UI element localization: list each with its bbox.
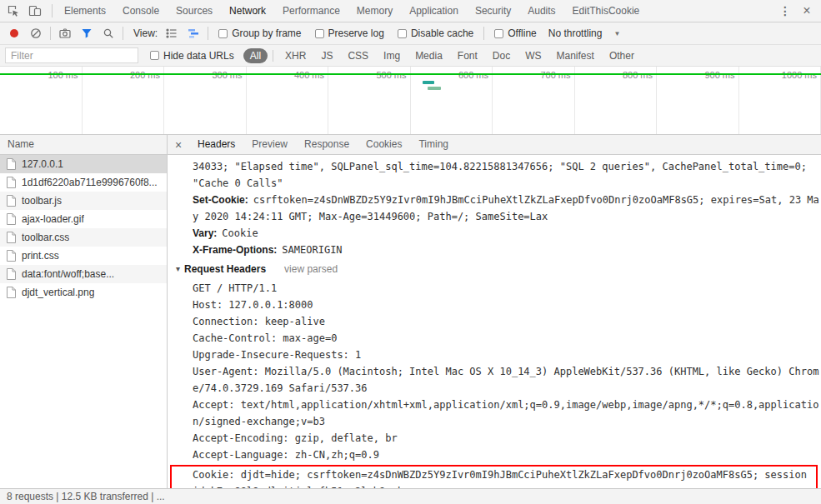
tab-network[interactable]: Network xyxy=(221,0,274,22)
request-row[interactable]: toolbar.css xyxy=(0,228,167,247)
request-name: djdt_vertical.png xyxy=(22,287,94,298)
tabbar-right-icons: ⋮ × xyxy=(774,2,821,20)
header-value: SAMEORIGIN xyxy=(282,244,342,256)
response-header-line: X-Frame-Options:SAMEORIGIN xyxy=(193,242,819,258)
resource-type-filters: AllXHRJSCSSImgMediaFontDocWSManifestOthe… xyxy=(243,48,642,63)
tab-application[interactable]: Application xyxy=(401,0,467,22)
toolbar-separator xyxy=(50,27,51,40)
clear-icon[interactable] xyxy=(25,24,47,42)
name-column-header[interactable]: Name xyxy=(0,135,167,155)
details-panel: × HeadersPreviewResponseCookiesTiming 34… xyxy=(168,135,821,488)
tab-security[interactable]: Security xyxy=(467,0,519,22)
request-row[interactable]: 127.0.0.1 xyxy=(0,155,167,173)
hide-data-urls-label: Hide data URLs xyxy=(163,50,234,62)
throttling-dropdown[interactable]: No throttling ▼ xyxy=(548,27,621,39)
request-row[interactable]: toolbar.js xyxy=(0,192,167,210)
timeline-overview[interactable]: 100 ms200 ms300 ms400 ms500 ms600 ms700 … xyxy=(0,67,821,135)
filter-type-img[interactable]: Img xyxy=(377,48,407,63)
tick-label: 500 ms xyxy=(376,70,406,80)
view-parsed-link[interactable]: view parsed xyxy=(284,261,338,277)
tab-elements[interactable]: Elements xyxy=(56,0,114,22)
record-network-log-icon[interactable] xyxy=(3,24,25,42)
devtools-window: ElementsConsoleSourcesNetworkPerformance… xyxy=(0,0,821,504)
offline-checkbox[interactable]: Offline xyxy=(494,27,536,39)
checkbox-group-by-frame[interactable]: Group by frame xyxy=(218,27,301,39)
filter-type-xhr[interactable]: XHR xyxy=(278,48,313,63)
tick-label: 1000 ms xyxy=(782,70,817,80)
header-value: csrftoken=z4sDnWBZDz5Y9zIvr0mI9hJBmCciPu… xyxy=(193,194,819,222)
image-file-icon xyxy=(6,287,17,298)
close-details-icon[interactable]: × xyxy=(168,138,189,152)
details-tab-timing[interactable]: Timing xyxy=(410,135,457,155)
request-row[interactable]: data:font/woff;base... xyxy=(0,265,167,283)
headers-content: 34033; "Elapsed time", SQLPanel_sql_time… xyxy=(168,155,821,488)
request-row[interactable]: ajax-loader.gif xyxy=(0,210,167,228)
hide-data-urls-checkbox[interactable]: Hide data URLs xyxy=(150,50,234,62)
filter-type-ws[interactable]: WS xyxy=(518,48,548,63)
checkbox-preserve-log[interactable]: Preserve log xyxy=(315,27,384,39)
raw-header-line: GET / HTTP/1.1 xyxy=(193,280,819,297)
filter-icon[interactable] xyxy=(76,24,98,42)
filter-input[interactable] xyxy=(5,47,138,63)
request-row[interactable]: djdt_vertical.png xyxy=(0,283,167,302)
response-header-line: Vary:Cookie xyxy=(193,225,819,242)
tab-sources[interactable]: Sources xyxy=(168,0,221,22)
cookie-highlight-box: Cookie: djdt=hide; csrftoken=z4sDnWBZDz5… xyxy=(170,465,818,488)
header-name: Vary: xyxy=(193,227,217,239)
checkbox-disable-cache[interactable]: Disable cache xyxy=(398,27,473,39)
waterfall-view-icon[interactable] xyxy=(183,24,204,42)
throttling-value: No throttling xyxy=(548,27,603,39)
filter-type-other[interactable]: Other xyxy=(603,48,641,63)
search-icon[interactable] xyxy=(98,24,119,42)
filter-type-font[interactable]: Font xyxy=(451,48,484,63)
filter-type-all[interactable]: All xyxy=(243,48,268,63)
tick-label: 300 ms xyxy=(212,70,242,80)
request-row[interactable]: 1d1df6220ab711e9996760f8... xyxy=(0,173,167,192)
filter-type-doc[interactable]: Doc xyxy=(486,48,517,63)
requests-panel: Name 127.0.0.11d1df6220ab711e9996760f8..… xyxy=(0,135,168,488)
details-tab-headers[interactable]: Headers xyxy=(189,135,243,155)
checkbox-box xyxy=(494,29,503,38)
filter-type-js[interactable]: JS xyxy=(314,48,339,63)
more-menu-icon[interactable]: ⋮ xyxy=(774,2,796,20)
checkbox-label: Group by frame xyxy=(232,27,301,39)
tab-editthiscookie[interactable]: EditThisCookie xyxy=(564,0,648,22)
list-view-icon[interactable] xyxy=(161,24,183,42)
close-devtools-icon[interactable]: × xyxy=(796,2,818,20)
filter-type-manifest[interactable]: Manifest xyxy=(550,48,601,63)
filter-type-media[interactable]: Media xyxy=(408,48,449,63)
response-headers: 34033; "Elapsed time", SQLPanel_sql_time… xyxy=(193,158,819,258)
tab-performance[interactable]: Performance xyxy=(274,0,348,22)
header-name: Set-Cookie: xyxy=(193,194,248,206)
tick-label: 900 ms xyxy=(704,70,734,80)
filter-bar: Hide data URLs AllXHRJSCSSImgMediaFontDo… xyxy=(0,45,821,67)
tab-console[interactable]: Console xyxy=(114,0,168,22)
capture-screenshots-icon[interactable] xyxy=(54,24,76,42)
details-tab-cookies[interactable]: Cookies xyxy=(358,135,410,155)
filter-type-css[interactable]: CSS xyxy=(341,48,375,63)
request-headers-section[interactable]: ▾ Request Headers view parsed xyxy=(176,261,819,277)
status-bar: 8 requests | 12.5 KB transferred | ... xyxy=(0,488,821,504)
request-name: toolbar.js xyxy=(22,195,62,207)
overview-green-line xyxy=(0,73,821,75)
inspect-element-icon[interactable] xyxy=(3,2,24,20)
timeline-tick: 800 ms xyxy=(575,67,658,134)
checkbox-box xyxy=(150,51,159,60)
tab-memory[interactable]: Memory xyxy=(348,0,401,22)
tick-label: 800 ms xyxy=(623,70,653,80)
request-row[interactable]: print.css xyxy=(0,247,167,265)
tab-audits[interactable]: Audits xyxy=(519,0,563,22)
cookie-header-line: Cookie: djdt=hide; csrftoken=z4sDnWBZDz5… xyxy=(193,469,807,488)
network-main: Name 127.0.0.11d1df6220ab711e9996760f8..… xyxy=(0,135,821,488)
timeline-tick: 300 ms xyxy=(164,67,247,134)
toolbar-separator xyxy=(208,27,208,40)
device-toolbar-icon[interactable] xyxy=(24,2,46,20)
tick-label: 400 ms xyxy=(294,70,324,80)
raw-header-line: User-Agent: Mozilla/5.0 (Macintosh; Inte… xyxy=(193,363,819,397)
chevron-down-icon: ▼ xyxy=(613,30,620,37)
waterfall-bar xyxy=(423,81,434,84)
details-tab-preview[interactable]: Preview xyxy=(243,135,296,155)
response-header-line: 34033; "Elapsed time", SQLPanel_sql_time… xyxy=(193,158,819,192)
raw-request-headers: GET / HTTP/1.1Host: 127.0.0.1:8000Connec… xyxy=(193,280,819,463)
details-tab-response[interactable]: Response xyxy=(296,135,358,155)
